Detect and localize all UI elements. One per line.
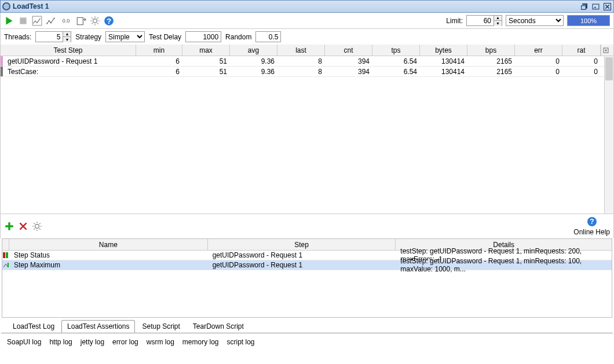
online-help-label: Online Help bbox=[573, 228, 610, 236]
log-bar: SoapUI log http log jetty log error log … bbox=[0, 333, 614, 351]
help-icon: ? bbox=[587, 216, 597, 227]
stats-row[interactable]: TestCase: 6 51 9.36 8 394 6.54 130414 21… bbox=[1, 67, 613, 77]
cell-min: 6 bbox=[136, 56, 182, 66]
cell-avg: 9.36 bbox=[230, 67, 277, 76]
col-min[interactable]: min bbox=[136, 45, 182, 56]
cell-min: 6 bbox=[136, 67, 182, 76]
reset-icon[interactable]: 0.0 bbox=[60, 16, 72, 26]
col-details[interactable]: Details bbox=[396, 239, 612, 250]
log-jetty[interactable]: jetty log bbox=[81, 338, 104, 346]
row-handle-header bbox=[2, 239, 9, 250]
log-memory[interactable]: memory log bbox=[182, 338, 219, 346]
log-http[interactable]: http log bbox=[49, 338, 72, 346]
graph-icon[interactable] bbox=[46, 16, 56, 26]
titlebar: LoadTest 1 bbox=[0, 0, 614, 13]
limit-up[interactable]: ▲ bbox=[494, 16, 502, 21]
svg-rect-3 bbox=[32, 16, 42, 25]
svg-text:?: ? bbox=[107, 16, 111, 25]
tab-loadtest-log[interactable]: LoadTest Log bbox=[7, 320, 60, 333]
status-ok-icon bbox=[2, 251, 9, 260]
col-last[interactable]: last bbox=[277, 45, 325, 56]
app-icon bbox=[2, 2, 10, 10]
help-icon[interactable]: ? bbox=[104, 16, 114, 26]
limit-label: Limit: bbox=[446, 17, 463, 25]
svg-point-4 bbox=[46, 23, 47, 24]
cell-details: testStep: getUIDPassword - Request 1, mi… bbox=[396, 260, 612, 270]
col-rat[interactable]: rat bbox=[562, 45, 601, 56]
close-icon[interactable] bbox=[602, 2, 612, 10]
svg-rect-17 bbox=[6, 252, 8, 258]
svg-rect-18 bbox=[8, 263, 9, 267]
threads-input[interactable]: ▲▼ bbox=[35, 31, 71, 42]
cell-step: getUIDPassword - Request 1 bbox=[3, 56, 136, 66]
col-cnt[interactable]: cnt bbox=[325, 45, 372, 56]
log-wsrm[interactable]: wsrm log bbox=[147, 338, 174, 346]
log-script[interactable]: script log bbox=[227, 338, 255, 346]
tab-teardown-script[interactable]: TearDown Script bbox=[187, 320, 250, 333]
limit-unit-select[interactable]: Seconds bbox=[506, 15, 564, 26]
statistics-icon[interactable] bbox=[32, 16, 42, 26]
svg-point-9 bbox=[93, 19, 97, 23]
stats-row[interactable]: getUIDPassword - Request 1 6 51 9.36 8 3… bbox=[1, 56, 613, 67]
cell-tps: 6.54 bbox=[372, 67, 420, 76]
tab-setup-script[interactable]: Setup Script bbox=[136, 320, 185, 333]
cell-cnt: 394 bbox=[325, 56, 372, 66]
assertion-row[interactable]: Step Maximum getUIDPassword - Request 1 … bbox=[2, 260, 612, 270]
col-max[interactable]: max bbox=[182, 45, 230, 56]
restore-icon[interactable] bbox=[579, 2, 589, 10]
cell-rat: 0 bbox=[562, 56, 601, 66]
main-toolbar: 0.0 ? Limit: ▲▼ Seconds 100% bbox=[0, 13, 614, 29]
export-icon[interactable] bbox=[76, 16, 86, 26]
log-error[interactable]: error log bbox=[112, 338, 138, 346]
threads-up[interactable]: ▲ bbox=[63, 32, 71, 37]
stop-button[interactable] bbox=[18, 16, 28, 26]
cell-step: getUIDPassword - Request 1 bbox=[208, 260, 396, 270]
threads-down[interactable]: ▼ bbox=[63, 37, 71, 42]
cell-max: 51 bbox=[182, 67, 230, 76]
options-icon[interactable] bbox=[90, 16, 100, 26]
col-test-step[interactable]: Test Step bbox=[1, 45, 136, 56]
online-help[interactable]: ? Online Help bbox=[573, 216, 610, 236]
limit-value[interactable] bbox=[467, 16, 494, 25]
limit-down[interactable]: ▼ bbox=[494, 21, 502, 26]
delay-input[interactable] bbox=[185, 31, 221, 42]
cell-step: getUIDPassword - Request 1 bbox=[208, 251, 396, 260]
threads-label: Threads: bbox=[4, 33, 31, 41]
col-bps[interactable]: bps bbox=[467, 45, 515, 56]
col-tps[interactable]: tps bbox=[372, 45, 420, 56]
svg-point-7 bbox=[54, 17, 55, 19]
log-soapui[interactable]: SoapUI log bbox=[7, 338, 41, 346]
vertical-scrollbar[interactable] bbox=[604, 56, 613, 214]
random-input[interactable] bbox=[255, 31, 281, 42]
remove-assertion-button[interactable] bbox=[18, 221, 28, 231]
cell-bytes: 130414 bbox=[420, 67, 467, 76]
scroll-handle[interactable] bbox=[605, 57, 613, 80]
svg-text:?: ? bbox=[590, 218, 594, 226]
cell-last: 8 bbox=[277, 56, 325, 66]
cell-err: 0 bbox=[515, 56, 562, 66]
svg-point-6 bbox=[50, 22, 52, 23]
col-avg[interactable]: avg bbox=[230, 45, 277, 56]
column-menu-icon[interactable] bbox=[601, 45, 610, 56]
minimize-icon[interactable] bbox=[591, 2, 600, 10]
strategy-label: Strategy bbox=[75, 33, 101, 41]
col-step[interactable]: Step bbox=[208, 239, 396, 250]
col-err[interactable]: err bbox=[515, 45, 562, 56]
col-bytes[interactable]: bytes bbox=[420, 45, 467, 56]
cell-err: 0 bbox=[515, 67, 562, 76]
cell-bps: 2165 bbox=[467, 56, 515, 66]
svg-rect-0 bbox=[593, 4, 599, 9]
add-assertion-button[interactable] bbox=[4, 221, 14, 231]
cell-step: TestCase: bbox=[3, 67, 136, 76]
threads-value[interactable] bbox=[36, 32, 63, 42]
cell-name: Step Maximum bbox=[9, 260, 208, 270]
strategy-select[interactable]: Simple bbox=[105, 31, 145, 42]
configure-assertion-button[interactable] bbox=[32, 221, 42, 231]
limit-input[interactable]: ▲▼ bbox=[466, 15, 502, 26]
run-button[interactable] bbox=[4, 16, 14, 26]
tab-loadtest-assertions[interactable]: LoadTest Assertions bbox=[61, 320, 135, 333]
progress-bar: 100% bbox=[567, 15, 610, 26]
col-name[interactable]: Name bbox=[9, 239, 208, 250]
stats-rows: getUIDPassword - Request 1 6 51 9.36 8 3… bbox=[1, 56, 613, 214]
svg-point-5 bbox=[49, 20, 50, 21]
